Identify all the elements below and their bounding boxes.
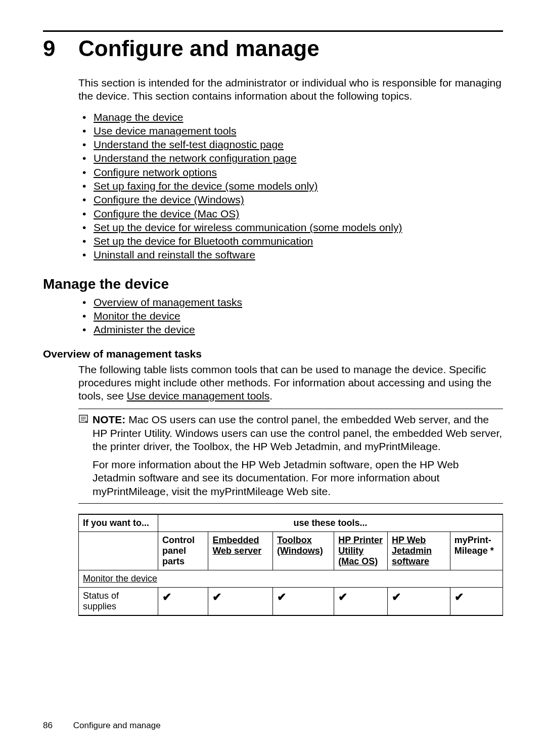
row-cell: ✔ (334, 587, 388, 615)
chapter-number: 9 (43, 36, 78, 61)
table-header-right: use these tools... (158, 514, 503, 532)
overview-text-after: . (269, 390, 272, 402)
overview-paragraph: The following table lists common tools t… (78, 363, 503, 403)
section-row-link[interactable]: Monitor the device (83, 573, 157, 584)
check-icon: ✔ (162, 591, 171, 603)
table-col-blank (79, 531, 158, 570)
note-icon (78, 413, 93, 426)
note-text-2: For more information about the HP Web Je… (93, 458, 503, 498)
note-text-1: NOTE: Mac OS users can use the control p… (93, 413, 503, 453)
topic-link[interactable]: Uninstall and reinstall the software (94, 249, 255, 260)
topic-link[interactable]: Understand the network configuration pag… (94, 152, 297, 164)
table-col: HP Printer Utility (Mac OS) (334, 531, 388, 570)
chapter-title: Configure and manage (78, 36, 320, 61)
document-page: 9 Configure and manage This section is i… (0, 0, 546, 756)
table-col: Control panel parts (158, 531, 208, 570)
row-cell: ✔ (158, 587, 208, 615)
note-label: NOTE: (93, 414, 125, 425)
table-col: Embedded Web server (208, 531, 273, 570)
topic-link[interactable]: Use device management tools (94, 125, 237, 137)
topic-link[interactable]: Set up faxing for the device (some model… (94, 180, 318, 192)
overview-inline-link[interactable]: Use device management tools (127, 390, 270, 402)
col-link[interactable]: HP Printer Utility (Mac OS) (338, 535, 383, 566)
subtopic-link[interactable]: Monitor the device (94, 310, 180, 322)
row-cell: ✔ (450, 587, 503, 615)
subtopic-link[interactable]: Overview of management tasks (94, 296, 242, 308)
topic-link[interactable]: Configure the device (Mac OS) (94, 208, 239, 219)
col-link[interactable]: HP Web Jetadmin software (392, 535, 432, 566)
col-link[interactable]: Embedded Web server (212, 535, 261, 556)
topic-link[interactable]: Set up the device for Bluetooth communic… (94, 235, 313, 247)
note-block: NOTE: Mac OS users can use the control p… (78, 409, 503, 504)
footer-chapter-title: Configure and manage (73, 721, 161, 730)
topic-link[interactable]: Understand the self-test diagnostic page (94, 139, 284, 150)
subsection-heading-overview: Overview of management tasks (43, 348, 503, 360)
table-section-row: Monitor the device (79, 570, 503, 587)
table-col: Toolbox (Windows) (273, 531, 334, 570)
tools-table: If you want to... use these tools... Con… (78, 514, 503, 616)
check-icon: ✔ (338, 591, 347, 603)
subtopic-link[interactable]: Administer the device (94, 324, 195, 335)
topic-link[interactable]: Configure the device (Windows) (94, 194, 244, 205)
topic-link[interactable]: Configure network options (94, 166, 217, 178)
chapter-rule (43, 30, 503, 32)
table-row: Status of supplies ✔ ✔ ✔ ✔ ✔ ✔ (79, 587, 503, 615)
topic-link[interactable]: Set up the device for wireless communica… (94, 221, 402, 233)
note-body: Mac OS users can use the control panel, … (93, 414, 502, 452)
check-icon: ✔ (212, 591, 221, 603)
check-icon: ✔ (392, 591, 401, 603)
page-footer: 86 Configure and manage (43, 721, 161, 731)
col-text: Control panel parts (162, 535, 195, 566)
table-col: HP Web Jetadmin software (388, 531, 450, 570)
intro-paragraph: This section is intended for the adminis… (78, 76, 503, 103)
row-cell: ✔ (388, 587, 450, 615)
topic-link[interactable]: Manage the device (94, 111, 183, 123)
check-icon: ✔ (454, 591, 464, 603)
check-icon: ✔ (277, 591, 286, 603)
manage-subtopics-list: Overview of management tasks Monitor the… (78, 295, 503, 337)
topics-list: Manage the device Use device management … (78, 110, 503, 262)
col-text: myPrint-Mileage * (454, 535, 494, 556)
row-label: Status of supplies (79, 587, 158, 615)
col-link[interactable]: Toolbox (Windows) (277, 535, 323, 556)
row-cell: ✔ (273, 587, 334, 615)
section-heading-manage: Manage the device (43, 276, 503, 292)
chapter-heading: 9 Configure and manage (43, 36, 503, 61)
table-header-left: If you want to... (79, 514, 158, 532)
row-cell: ✔ (208, 587, 273, 615)
table-col: myPrint-Mileage * (450, 531, 503, 570)
footer-page-number: 86 (43, 721, 71, 731)
